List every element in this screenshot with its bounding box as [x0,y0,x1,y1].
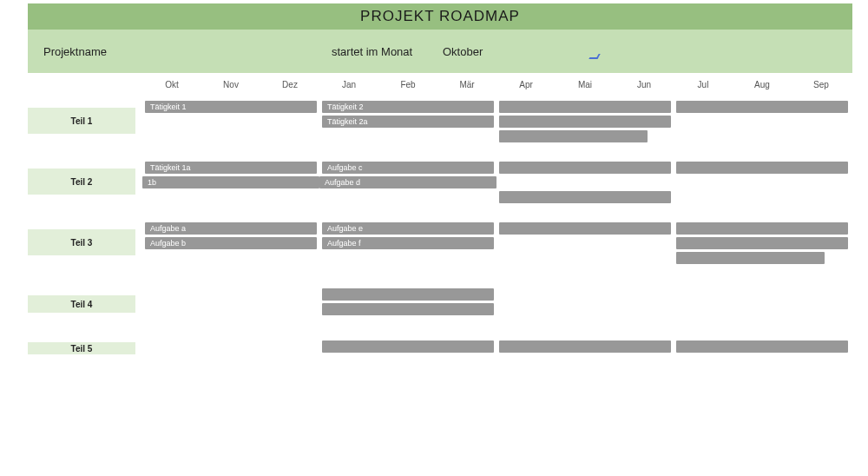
month-label: Sep [792,80,851,89]
gantt-bar[interactable]: Aufgabe c [322,162,494,174]
project-header-bar: Projektname startet im Monat Oktober [28,30,852,73]
section-label: Teil 4 [28,295,135,313]
gantt-bar[interactable] [676,162,848,174]
gantt-bar[interactable] [499,162,671,174]
gantt-bar[interactable] [676,252,825,264]
roadmap-grid: OktNovDezJanFebMärAprMaiJunJulAugSep Tei… [28,80,852,476]
gantt-bar[interactable] [499,130,648,142]
gantt-bar[interactable] [676,237,848,249]
gantt-bar[interactable] [676,101,848,113]
gantt-bar[interactable]: Tätigkeit 1a [145,162,317,174]
gantt-bar[interactable] [499,340,671,353]
gantt-bar[interactable] [322,303,494,315]
month-label: Jul [674,80,733,89]
page-title: PROJEKT ROADMAP [28,3,852,30]
month-label: Feb [378,80,437,89]
gantt-bar[interactable] [499,101,671,113]
gantt-bar[interactable]: 1b [142,176,319,188]
month-label: Apr [496,80,556,89]
gantt-bar[interactable]: Aufgabe e [322,222,494,235]
month-label: Okt [142,80,201,89]
month-label: Dez [260,80,319,89]
gantt-bar[interactable]: Aufgabe b [145,237,317,249]
gantt-bar[interactable]: Tätigkeit 1 [145,101,317,113]
month-label: Mai [556,80,615,89]
gantt-bar[interactable] [499,191,671,203]
gantt-bar[interactable] [676,222,848,235]
gantt-bar[interactable]: Tätigkeit 2 [322,101,494,113]
gantt-bar[interactable]: Aufgabe a [145,222,317,235]
gantt-bar[interactable]: Aufgabe f [322,237,494,249]
title-text: PROJEKT ROADMAP [360,8,520,25]
start-month-value: Oktober [443,45,483,58]
section-label: Teil 2 [28,169,135,195]
section-label: Teil 1 [28,108,135,134]
starts-in-label: startet im Monat [332,45,412,58]
month-label: Nov [201,80,260,89]
month-header-row: OktNovDezJanFebMärAprMaiJunJulAugSep [28,80,852,94]
gantt-bar[interactable]: Aufgabe d [319,176,496,188]
gantt-bar[interactable] [499,116,671,128]
month-label: Aug [733,80,792,89]
gantt-bar[interactable] [322,340,494,353]
project-name-label: Projektname [43,45,107,58]
month-label: Jan [319,80,378,89]
gantt-bar[interactable] [499,222,671,235]
gantt-bar[interactable]: Tätigkeit 2a [322,116,494,128]
month-label: Jun [615,80,674,89]
section-label: Teil 3 [28,229,135,255]
gantt-bar[interactable] [676,340,848,353]
month-label: Mär [437,80,496,89]
gantt-bar[interactable] [322,288,494,301]
section-label: Teil 5 [28,342,135,354]
